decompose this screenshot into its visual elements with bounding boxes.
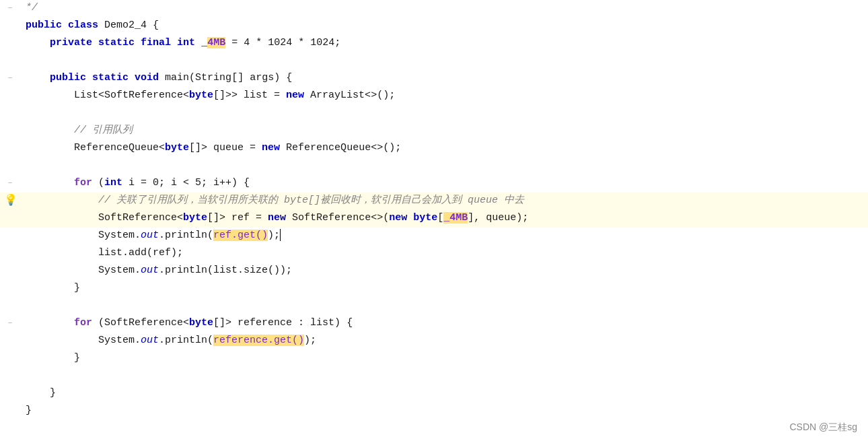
line-comment-close: − */ — [0, 0, 868, 18]
code-editor: − */ public class Demo2_4 { private stat… — [0, 0, 868, 441]
gutter-empty — [0, 158, 20, 175]
gutter-empty — [0, 263, 20, 280]
bulb-icon[interactable]: 💡 — [4, 193, 17, 210]
line-content: System.out.println(reference.get()); — [20, 333, 868, 350]
line-close-main: } — [0, 385, 868, 403]
line-blank3 — [0, 158, 868, 175]
line-content: // 引用队列 — [20, 123, 868, 140]
gutter-fold[interactable]: − — [0, 70, 20, 88]
line-println-get: System.out.println(ref.get()); — [0, 228, 868, 245]
line-close-brace2: } — [0, 350, 868, 368]
gutter-empty — [0, 280, 20, 298]
gutter-empty — [0, 105, 20, 123]
gutter-empty — [0, 53, 20, 70]
line-comment-softref: 💡 // 关联了引用队列，当软引用所关联的 byte[]被回收时，软引用自己会加… — [0, 193, 868, 210]
line-content: ReferenceQueue<byte[]> queue = new Refer… — [20, 140, 868, 158]
gutter-bulb: 💡 — [0, 193, 20, 210]
line-content: // 关联了引用队列，当软引用所关联的 byte[]被回收时，软引用自己会加入到… — [20, 193, 868, 210]
gutter-empty — [0, 298, 20, 315]
line-for-loop2: − for (SoftReference<byte[]> reference :… — [0, 315, 868, 333]
line-content — [20, 368, 868, 385]
line-content: for (SoftReference<byte[]> reference : l… — [20, 315, 868, 333]
gutter-empty — [0, 385, 20, 403]
line-content — [20, 105, 868, 123]
gutter-empty — [0, 368, 20, 385]
line-field-decl: private static final int _4MB = 4 * 1024… — [0, 35, 868, 53]
line-content: List<SoftReference<byte[]>> list = new A… — [20, 88, 868, 105]
line-for-loop1: − for (int i = 0; i < 5; i++) { — [0, 175, 868, 193]
watermark: CSDN @三桂sg — [789, 419, 857, 434]
gutter-fold-for[interactable]: − — [0, 175, 20, 193]
line-content: System.out.println(ref.get()); — [20, 228, 868, 245]
fold-icon-for2[interactable]: − — [8, 318, 13, 330]
gutter-comment: − — [0, 0, 20, 18]
line-blank2 — [0, 105, 868, 123]
line-content: SoftReference<byte[]> ref = new SoftRefe… — [20, 210, 868, 228]
line-close-class: } — [0, 403, 868, 420]
gutter-empty — [0, 245, 20, 263]
gutter-empty — [0, 228, 20, 245]
line-println-ref-get: System.out.println(reference.get()); — [0, 333, 868, 350]
fold-icon-method[interactable]: − — [8, 73, 13, 85]
line-content: } — [20, 280, 868, 298]
gutter-empty — [0, 123, 20, 140]
fold-icon[interactable]: − — [8, 3, 13, 15]
gutter-empty — [0, 18, 20, 35]
gutter-empty — [0, 403, 20, 420]
gutter-fold-for2[interactable]: − — [0, 315, 20, 333]
text-cursor — [280, 229, 281, 241]
line-comment-queue: // 引用队列 — [0, 123, 868, 140]
line-blank — [0, 53, 868, 70]
line-content: */ — [20, 0, 868, 18]
line-content: for (int i = 0; i < 5; i++) { — [20, 175, 868, 193]
line-queue-decl: ReferenceQueue<byte[]> queue = new Refer… — [0, 140, 868, 158]
line-content: } — [20, 403, 868, 420]
line-class-decl: public class Demo2_4 { — [0, 18, 868, 35]
line-blank4 — [0, 298, 868, 315]
line-list-add: list.add(ref); — [0, 245, 868, 263]
line-method-decl: − public static void main(String[] args)… — [0, 70, 868, 88]
line-list-decl: List<SoftReference<byte[]>> list = new A… — [0, 88, 868, 105]
gutter-empty — [0, 88, 20, 105]
line-content — [20, 158, 868, 175]
line-content: } — [20, 385, 868, 403]
line-softref-decl: SoftReference<byte[]> ref = new SoftRefe… — [0, 210, 868, 228]
line-content: System.out.println(list.size()); — [20, 263, 868, 280]
gutter-empty — [0, 140, 20, 158]
line-content: private static final int _4MB = 4 * 1024… — [20, 35, 868, 53]
line-content — [20, 298, 868, 315]
line-content — [20, 53, 868, 70]
line-content: public static void main(String[] args) { — [20, 70, 868, 88]
gutter-empty — [0, 35, 20, 53]
gutter-empty — [0, 210, 20, 228]
fold-icon-for1[interactable]: − — [8, 178, 13, 190]
line-blank5 — [0, 368, 868, 385]
line-println-size: System.out.println(list.size()); — [0, 263, 868, 280]
line-close-brace1: } — [0, 280, 868, 298]
line-content: list.add(ref); — [20, 245, 868, 263]
line-content: } — [20, 350, 868, 368]
line-content: public class Demo2_4 { — [20, 18, 868, 35]
gutter-empty — [0, 333, 20, 350]
gutter-empty — [0, 350, 20, 368]
